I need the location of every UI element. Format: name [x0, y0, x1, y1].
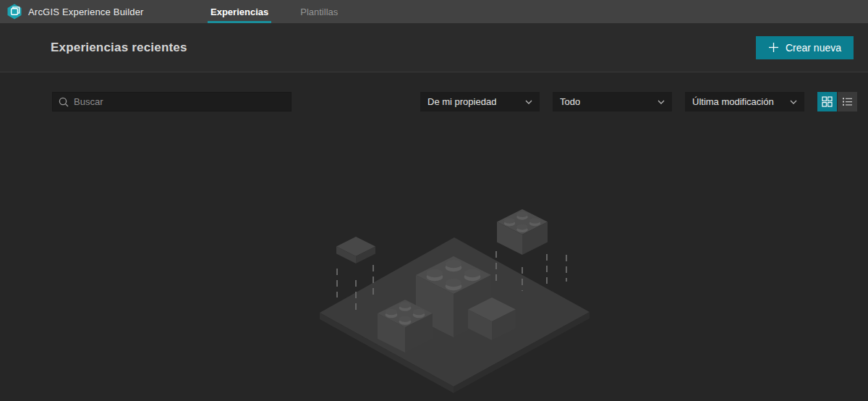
experience-builder-logo-icon	[7, 4, 22, 20]
sort-value: Última modificación	[692, 96, 774, 107]
main-content: De mi propiedad Todo Última modificación	[0, 72, 868, 400]
tab-experiencias[interactable]: Experiencias	[208, 0, 271, 23]
app-top-bar: ArcGIS Experience Builder Experiencias P…	[0, 0, 868, 23]
chevron-down-icon	[790, 100, 797, 104]
create-new-label: Crear nueva	[786, 42, 841, 54]
chevron-down-icon	[525, 100, 532, 104]
tab-plantillas-label: Plantillas	[300, 7, 338, 17]
sort-dropdown[interactable]: Última modificación	[685, 92, 804, 111]
owner-filter-dropdown[interactable]: De mi propiedad	[420, 92, 540, 111]
search-icon	[59, 97, 69, 107]
page-header: Experiencias recientes Crear nueva	[0, 23, 868, 72]
page-title: Experiencias recientes	[51, 41, 187, 55]
list-view-icon	[842, 97, 853, 106]
grid-view-button[interactable]	[817, 92, 837, 111]
tab-plantillas[interactable]: Plantillas	[297, 0, 341, 23]
app-title: ArcGIS Experience Builder	[28, 7, 144, 17]
search-box	[52, 92, 292, 111]
brand: ArcGIS Experience Builder	[0, 4, 144, 20]
plus-icon	[768, 42, 779, 53]
search-input[interactable]	[74, 96, 285, 107]
view-toggle	[817, 92, 857, 111]
grid-view-icon	[822, 96, 833, 107]
type-filter-dropdown[interactable]: Todo	[553, 92, 672, 111]
filter-controls: De mi propiedad Todo Última modificación	[420, 92, 857, 111]
main-tabs: Experiencias Plantillas	[208, 0, 341, 23]
floating-brick	[497, 209, 548, 255]
empty-state-illustration	[304, 206, 608, 400]
floating-plate	[336, 237, 375, 263]
filter-bar: De mi propiedad Todo Última modificación	[0, 72, 868, 111]
list-view-button[interactable]	[838, 92, 857, 111]
type-filter-value: Todo	[560, 96, 580, 107]
tab-experiencias-label: Experiencias	[210, 7, 268, 17]
owner-filter-value: De mi propiedad	[427, 96, 496, 107]
chevron-down-icon	[658, 100, 665, 104]
create-new-button[interactable]: Crear nueva	[756, 36, 854, 59]
